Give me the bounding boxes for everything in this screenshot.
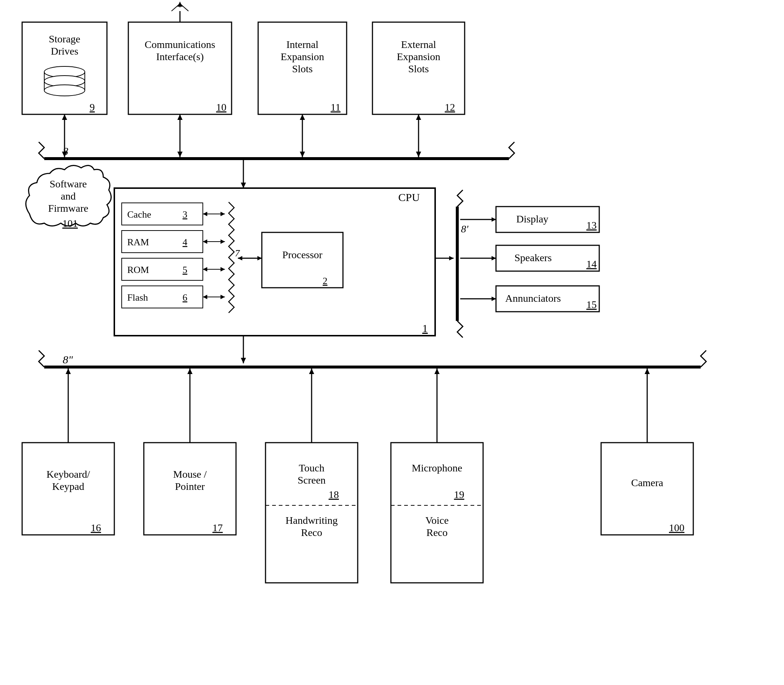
svg-text:16: 16 bbox=[91, 522, 101, 533]
svg-text:8": 8" bbox=[63, 353, 73, 365]
svg-marker-69 bbox=[203, 295, 207, 299]
svg-rect-47 bbox=[122, 203, 203, 225]
svg-text:Voice: Voice bbox=[425, 515, 449, 526]
svg-marker-34 bbox=[177, 114, 183, 120]
svg-text:Screen: Screen bbox=[298, 474, 326, 486]
svg-text:Speakers: Speakers bbox=[514, 252, 552, 263]
svg-text:4: 4 bbox=[183, 237, 187, 248]
svg-rect-8 bbox=[373, 22, 465, 114]
svg-marker-64 bbox=[220, 239, 225, 244]
svg-text:3: 3 bbox=[183, 209, 187, 220]
svg-text:Keypad: Keypad bbox=[52, 480, 84, 492]
svg-marker-63 bbox=[203, 239, 207, 244]
svg-marker-41 bbox=[416, 152, 421, 157]
svg-text:Expansion: Expansion bbox=[281, 51, 324, 62]
svg-rect-44 bbox=[114, 188, 435, 336]
svg-marker-74 bbox=[258, 256, 262, 260]
svg-text:101: 101 bbox=[62, 218, 78, 229]
svg-text:7: 7 bbox=[235, 248, 240, 258]
svg-marker-130 bbox=[66, 368, 71, 374]
svg-text:Storage: Storage bbox=[49, 33, 80, 45]
svg-text:100: 100 bbox=[669, 522, 684, 533]
svg-marker-66 bbox=[203, 267, 207, 271]
svg-text:Communications: Communications bbox=[144, 39, 215, 50]
svg-marker-35 bbox=[177, 152, 183, 157]
svg-rect-113 bbox=[266, 443, 358, 583]
svg-text:14: 14 bbox=[586, 258, 597, 269]
svg-text:Pointer: Pointer bbox=[175, 480, 206, 492]
svg-rect-105 bbox=[22, 443, 114, 535]
svg-marker-136 bbox=[434, 368, 440, 374]
svg-text:18: 18 bbox=[329, 489, 339, 500]
svg-line-25 bbox=[172, 4, 180, 11]
svg-rect-88 bbox=[496, 206, 599, 232]
svg-text:Interface(s): Interface(s) bbox=[156, 51, 204, 62]
svg-rect-6 bbox=[128, 22, 232, 114]
svg-rect-109 bbox=[144, 443, 236, 535]
svg-text:Cache: Cache bbox=[127, 209, 151, 220]
svg-text:Drives: Drives bbox=[51, 45, 79, 57]
svg-text:Display: Display bbox=[516, 213, 548, 225]
svg-text:Expansion: Expansion bbox=[397, 51, 440, 62]
svg-text:10: 10 bbox=[216, 101, 227, 113]
svg-point-2 bbox=[44, 76, 85, 87]
svg-text:and: and bbox=[61, 190, 76, 202]
svg-text:8: 8 bbox=[63, 145, 68, 157]
svg-point-3 bbox=[44, 85, 85, 96]
svg-text:Reco: Reco bbox=[426, 527, 448, 538]
svg-text:Reco: Reco bbox=[301, 527, 322, 538]
svg-text:17: 17 bbox=[212, 522, 223, 533]
svg-rect-120 bbox=[391, 443, 483, 583]
svg-text:Keyboard/: Keyboard/ bbox=[47, 469, 90, 480]
svg-text:Touch: Touch bbox=[299, 462, 324, 474]
svg-text:Camera: Camera bbox=[631, 477, 663, 489]
diagram: Storage Drives 9 Communications Interfac… bbox=[0, 0, 784, 685]
svg-marker-31 bbox=[62, 114, 67, 120]
svg-marker-70 bbox=[220, 295, 225, 299]
svg-rect-126 bbox=[601, 443, 693, 535]
svg-rect-75 bbox=[262, 232, 343, 288]
svg-text:Software: Software bbox=[49, 178, 87, 190]
svg-text:13: 13 bbox=[586, 219, 597, 231]
svg-text:8': 8' bbox=[461, 223, 469, 235]
svg-text:2: 2 bbox=[323, 276, 327, 286]
svg-marker-61 bbox=[220, 212, 225, 216]
svg-marker-60 bbox=[203, 212, 207, 216]
svg-text:Slots: Slots bbox=[408, 63, 429, 75]
svg-marker-85 bbox=[492, 256, 496, 260]
svg-marker-83 bbox=[492, 217, 496, 222]
svg-marker-38 bbox=[300, 152, 305, 157]
svg-text:Firmware: Firmware bbox=[48, 203, 89, 214]
svg-text:Handwriting: Handwriting bbox=[285, 515, 338, 526]
svg-rect-0 bbox=[22, 22, 107, 114]
svg-rect-91 bbox=[496, 245, 599, 271]
svg-marker-37 bbox=[300, 114, 305, 120]
svg-text:Annunciators: Annunciators bbox=[505, 292, 561, 304]
svg-marker-67 bbox=[220, 267, 225, 271]
svg-text:12: 12 bbox=[445, 101, 455, 113]
svg-marker-87 bbox=[492, 297, 496, 301]
svg-text:Flash: Flash bbox=[127, 292, 148, 303]
svg-marker-134 bbox=[309, 368, 314, 374]
svg-text:1: 1 bbox=[422, 322, 428, 334]
svg-line-26 bbox=[180, 4, 188, 11]
svg-marker-73 bbox=[238, 256, 242, 260]
svg-marker-138 bbox=[645, 368, 650, 374]
svg-text:Mouse /: Mouse / bbox=[173, 469, 207, 480]
svg-rect-56 bbox=[122, 286, 203, 308]
svg-marker-32 bbox=[62, 152, 67, 157]
svg-marker-40 bbox=[416, 114, 421, 120]
svg-rect-50 bbox=[122, 230, 203, 253]
diagram-svg: Storage Drives 9 Communications Interfac… bbox=[0, 0, 784, 685]
svg-marker-102 bbox=[241, 358, 246, 364]
svg-text:19: 19 bbox=[454, 489, 464, 500]
svg-rect-94 bbox=[496, 286, 599, 312]
svg-text:9: 9 bbox=[90, 101, 95, 113]
svg-text:Internal: Internal bbox=[286, 39, 318, 50]
svg-marker-79 bbox=[449, 256, 454, 260]
svg-text:External: External bbox=[401, 39, 436, 50]
svg-text:Microphone: Microphone bbox=[412, 462, 462, 474]
svg-text:6: 6 bbox=[183, 292, 187, 303]
svg-text:RAM: RAM bbox=[127, 237, 149, 248]
svg-marker-43 bbox=[241, 183, 246, 188]
